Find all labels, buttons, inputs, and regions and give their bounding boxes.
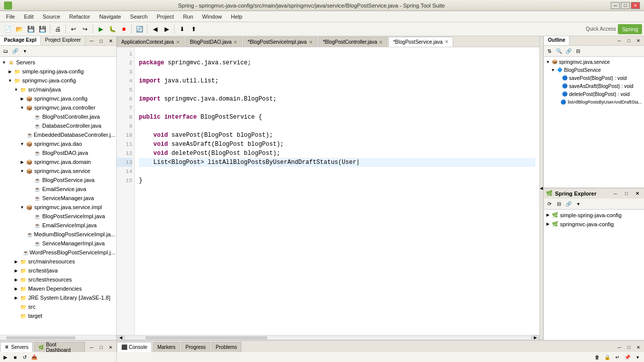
tree-node-src-main-resources[interactable]: ▶ 📁 src/main/resources [0, 257, 116, 266]
maximize-button[interactable]: □ [621, 2, 630, 9]
tab-problems[interactable]: Problems [211, 342, 242, 352]
debug-button[interactable]: 🐛 [107, 24, 118, 35]
servers-minimize-button[interactable]: ─ [87, 343, 96, 352]
run-button[interactable]: ▶ [95, 24, 106, 35]
tree-node-blogpost-service-impl[interactable]: ☕ BlogPostServiceImpl.java [0, 212, 116, 221]
close-button[interactable]: ✕ [631, 2, 640, 9]
expand-icon[interactable]: ▼ [13, 86, 19, 93]
console-pin-button[interactable]: 📌 [623, 353, 632, 362]
menu-project[interactable]: Project [152, 13, 178, 21]
tree-node-embedded-controller[interactable]: ☕ EmbeddedDatabaseController.j... [0, 130, 116, 139]
tree-node-domain-pkg[interactable]: ▶ 📦 springmvc.java.domain [0, 157, 116, 166]
close-tab-icon[interactable]: ✕ [445, 39, 449, 44]
menu-refactor[interactable]: Refactor [65, 13, 95, 21]
tab-project-explorer[interactable]: Project Explorer [41, 36, 85, 45]
tree-node-springmvc[interactable]: ▼ 📁 springmvc-java-config [0, 76, 116, 85]
tab-console[interactable]: ⬛ Console [117, 342, 152, 352]
scroll-left-button[interactable]: ◀ [117, 335, 125, 340]
tree-node-jre-system[interactable]: ▶ 📁 JRE System Library [JavaSE-1.8] [0, 293, 116, 302]
tree-node-blogpost-controller[interactable]: ☕ BlogPostController.java [0, 112, 116, 121]
left-panel-scrollbar[interactable] [0, 335, 116, 340]
code-editor[interactable]: package springmvc.java.service; import j… [135, 47, 539, 335]
spring-explorer-close[interactable]: ✕ [633, 189, 642, 198]
console-scroll-lock-button[interactable]: 🔒 [603, 353, 612, 362]
spring-perspective-button[interactable]: Spring [618, 24, 642, 34]
menu-search[interactable]: Search [126, 13, 152, 21]
outline-node-savepost[interactable]: 🔵 savePost(BlogPost) : void [544, 74, 644, 82]
expand-icon[interactable]: ▶ [13, 267, 19, 274]
tab-boot-dashboard[interactable]: 🌿 Boot Dashboard [34, 342, 85, 352]
server-restart-button[interactable]: ↺ [20, 353, 29, 362]
expand-icon[interactable]: ▶ [13, 277, 19, 283]
tree-node-blogpost-dao[interactable]: ☕ BlogPostDAO.java [0, 148, 116, 157]
minimize-button[interactable]: ─ [611, 2, 620, 9]
redo-button[interactable]: ↪ [79, 24, 91, 35]
expand-icon[interactable]: ▼ [1, 59, 7, 65]
outline-close-button[interactable]: ✕ [634, 36, 643, 45]
prev-annotation-button[interactable]: ⬆ [188, 24, 199, 35]
editor-horizontal-scrollbar[interactable]: ◀ ▶ [117, 335, 539, 340]
close-tab-icon[interactable]: ✕ [309, 40, 313, 45]
tree-node-src-test-java[interactable]: ▶ 📁 src/test/java [0, 266, 116, 275]
console-minimize-button[interactable]: ─ [615, 343, 624, 352]
undo-button[interactable]: ↩ [68, 24, 79, 35]
spring-explorer-minimize[interactable]: ─ [611, 189, 620, 198]
scroll-right-button[interactable]: ▶ [531, 335, 539, 340]
refresh-button[interactable]: 🔄 [134, 24, 145, 35]
tree-node-service-impl-pkg[interactable]: ▼ 📦 springmvc.java.service.impl [0, 203, 116, 212]
tree-node-servers[interactable]: ▼ 🖥 Servers [0, 58, 116, 67]
minimize-panel-button[interactable]: ─ [87, 36, 96, 45]
servers-close-button[interactable]: ✕ [106, 343, 115, 352]
console-maximize-button[interactable]: □ [624, 343, 633, 352]
tree-node-dao-pkg[interactable]: ▼ 📦 springmvc.java.dao [0, 139, 116, 148]
outline-maximize-button[interactable]: □ [624, 36, 633, 45]
tree-node-database-controller[interactable]: ☕ DatabaseController.java [0, 121, 116, 130]
console-word-wrap-button[interactable]: ↵ [613, 353, 622, 362]
expand-icon[interactable]: ▼ [546, 60, 551, 64]
tab-blogpost-service-active[interactable]: *BlogPostService.java ✕ [388, 37, 453, 47]
tree-node-service-pkg[interactable]: ▼ 📦 springmvc.java.service [0, 166, 116, 175]
se-node-simple-spring[interactable]: ▶ 🌿 simple-spring-java-config [544, 211, 644, 220]
outline-node-deletepost[interactable]: 🔵 deletePost(BlogPost) : void [544, 90, 644, 98]
expand-icon[interactable]: ▶ [13, 295, 19, 301]
tree-node-service-manager[interactable]: ☕ ServiceManager.java [0, 194, 116, 203]
outline-filter-button[interactable]: 🔍 [554, 47, 564, 56]
save-all-button[interactable]: 💾 [37, 24, 48, 35]
expand-icon[interactable]: ▶ [545, 212, 551, 218]
outline-sort-button[interactable]: ⇅ [545, 47, 554, 56]
outline-node-listall[interactable]: 🔵 listAllBlogPostsByUserAndDraftSta... [544, 98, 644, 106]
console-view-menu-button[interactable]: ▾ [633, 353, 642, 362]
menu-source[interactable]: Source [39, 13, 64, 21]
outline-node-package[interactable]: ▼ 📦 springmvc.java.service [544, 58, 644, 66]
console-close-button[interactable]: ✕ [634, 343, 643, 352]
servers-maximize-button[interactable]: □ [97, 343, 106, 352]
outline-node-saveasdraft[interactable]: 🔵 saveAsDraft(BlogPost) : void [544, 82, 644, 90]
tab-progress[interactable]: Progress [181, 342, 210, 352]
tab-servers[interactable]: 🖥 Servers [0, 342, 33, 352]
tree-node-email-service[interactable]: ☕ EmailService.java [0, 185, 116, 194]
server-start-button[interactable]: ▶ [1, 353, 10, 362]
tab-package-explorer[interactable]: Package Expl [0, 36, 41, 45]
server-stop-button[interactable]: ■ [11, 353, 20, 362]
menu-window[interactable]: Window [198, 13, 226, 21]
expand-icon[interactable]: ▶ [19, 96, 25, 102]
tree-node-maven-deps[interactable]: ▶ 📁 Maven Dependencies [0, 284, 116, 293]
close-tab-icon[interactable]: ✕ [176, 40, 180, 45]
expand-icon[interactable]: ▶ [545, 221, 551, 227]
right-panel-collapse[interactable]: ◀ [539, 36, 543, 340]
close-panel-button[interactable]: ✕ [106, 36, 115, 45]
se-btn1[interactable]: ⟳ [545, 199, 554, 208]
tab-blogpost-controller[interactable]: *BlogPostController.java ✕ [318, 37, 388, 47]
menu-edit[interactable]: Edit [20, 13, 38, 21]
print-button[interactable]: 🖨 [52, 24, 63, 35]
menu-help[interactable]: Help [227, 13, 247, 21]
tree-node-config-pkg[interactable]: ▶ 📦 springmvc.java.config [0, 94, 116, 103]
tree-node-service-manager-impl[interactable]: ☕ ServiceManagerImpl.java [0, 239, 116, 248]
tab-outline[interactable]: Outline [544, 36, 570, 45]
tab-blogpost-dao[interactable]: BlogPostDAO.java ✕ [186, 37, 243, 47]
collapse-all-button[interactable]: 🗂 [1, 47, 10, 56]
menu-navigate[interactable]: Navigate [95, 13, 125, 21]
scrollbar-thumb[interactable] [145, 336, 267, 339]
save-button[interactable]: 💾 [25, 24, 36, 35]
se-node-springmvc[interactable]: ▶ 🌿 springmvc-java-config [544, 220, 644, 229]
